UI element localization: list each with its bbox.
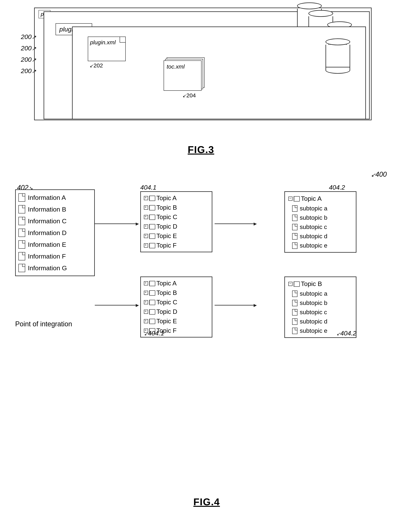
subtopic-item-a2: subtopic a [292, 290, 352, 297]
topic-icon-f1 [144, 243, 155, 248]
topic-item-c2: Topic C [144, 299, 209, 306]
book-icon-f1 [149, 243, 155, 248]
topic-item-e2: Topic E [144, 318, 209, 325]
subtopic-header-top: Topic A [288, 195, 352, 202]
subtopic-label-e1: subtopic e [300, 242, 327, 249]
topic-box-top: Topic A Topic B Topic C Topic D [140, 191, 212, 252]
topic-icon-d2 [144, 309, 155, 314]
info-item-b: Information B [18, 205, 91, 213]
ref-202: ↙202 [88, 62, 126, 69]
ref-200-3: 200↗ [21, 56, 36, 63]
arrowhead-3 [254, 222, 257, 226]
small-doc-icon-c2 [292, 309, 297, 316]
subtopic-item-d2: subtopic d [292, 318, 352, 325]
doc-icon-a [18, 193, 25, 202]
topic-item-e1: Topic E [144, 232, 209, 240]
info-label-a: Information A [28, 194, 66, 201]
topic-item-c1: Topic C [144, 213, 209, 221]
fig3-title: FIG.3 [188, 144, 214, 155]
topic-icon-a1 [144, 196, 155, 201]
topic-label-e2: Topic E [156, 318, 177, 325]
book-icon-e2 [149, 319, 155, 324]
ref-200-4: 200↗ [21, 67, 36, 75]
small-doc-icon-c1 [292, 224, 297, 230]
subtopic-box-bot: Topic B subtopic a subtopic b subtopic c… [284, 277, 356, 338]
ref-200-2: 200↗ [21, 44, 36, 52]
expand-sq-a1 [144, 196, 148, 200]
ref-404-1-bot-label: ↙404.1 [144, 329, 164, 337]
subtopic-label-b2: subtopic b [300, 299, 327, 306]
topic-item-a2: Topic A [144, 280, 209, 287]
ref-404-2-bot-label: ↙404.2 [337, 329, 356, 337]
topic-label-f1: Topic F [156, 242, 176, 249]
plugin-xml-dogear [120, 37, 125, 43]
arrowhead-4 [254, 304, 257, 307]
info-label-g: Information G [28, 264, 67, 272]
subtopic-item-b1: subtopic b [292, 214, 352, 221]
small-doc-icon-d1 [292, 233, 297, 240]
book-icon-e1 [149, 234, 155, 238]
info-item-f: Information F [18, 252, 91, 260]
subtopic-item-c1: subtopic c [292, 223, 352, 230]
expand-sq-b1 [144, 205, 148, 210]
book-icon-a1 [149, 196, 155, 201]
info-item-e: Information E [18, 240, 91, 249]
doc-icon-b [18, 205, 25, 213]
arrowhead-2 [136, 304, 139, 307]
info-item-d: Information D [18, 228, 91, 237]
subtopic-label-b1: subtopic b [300, 214, 327, 221]
doc-icon-d [18, 228, 25, 237]
toc-xml-text: toc.xml [167, 63, 198, 70]
info-item-c: Information C [18, 217, 91, 225]
topic-label-b2: Topic B [156, 289, 177, 296]
topic-label-c2: Topic C [156, 299, 177, 306]
ref-404-2-top-label: 404.2 [329, 184, 345, 191]
book-icon-d2 [149, 309, 155, 314]
subtopic-item-b2: subtopic b [292, 299, 352, 306]
info-item-a: Information A [18, 193, 91, 202]
info-label-d: Information D [28, 229, 66, 237]
ref-204: ↙204 [164, 92, 205, 99]
fig4-title: FIG.4 [193, 496, 220, 507]
info-label-b: Information B [28, 206, 66, 213]
ref-200-1: 200↗ [21, 33, 36, 41]
subtopic-label-a2: subtopic a [300, 290, 327, 297]
book-icon-subbot [293, 281, 299, 286]
doc-icon-f [18, 252, 25, 260]
subtopic-label-d1: subtopic d [300, 233, 327, 240]
toc-page-1: toc.xml [164, 60, 202, 91]
topic-icon-a2 [144, 281, 155, 286]
subtopic-label-a1: subtopic a [300, 205, 327, 212]
doc-zip-main-container: doc.zip ↙206 [326, 38, 350, 53]
info-panel: Information A Information B Information … [15, 189, 95, 276]
small-doc-icon-e1 [292, 242, 297, 249]
book-icon-subtop [293, 196, 299, 201]
poi-label: Point of integration [15, 320, 72, 328]
topic-item-d1: Topic D [144, 223, 209, 230]
arrow-to-topic-top [95, 223, 138, 224]
subtopic-header-bot: Topic B [288, 280, 352, 287]
fig4-section: ↙400 402↘ Information A Information B In… [11, 165, 402, 509]
subtopic-item-c2: subtopic c [292, 309, 352, 316]
topic-icon-b1 [144, 205, 155, 210]
topic-icon-c2 [144, 300, 155, 305]
subtopic-label-d2: subtopic d [300, 318, 327, 325]
arrowhead-1 [136, 222, 139, 226]
small-doc-icon-d2 [292, 318, 297, 325]
plugin-frame-main: plugin.xml ↙202 toc.xml ↙204 [72, 26, 366, 119]
topic-item-a1: Topic A [144, 195, 209, 202]
topic-box-bot: Topic A Topic B Topic C Topic D [140, 277, 212, 337]
subtopic-label-c1: subtopic c [300, 223, 327, 230]
info-label-e: Information E [28, 241, 66, 248]
expand-sq-e2 [144, 319, 148, 323]
expand-sq-d1 [144, 224, 148, 228]
expand-sq-d2 [144, 310, 148, 314]
expand-sq-f1 [144, 243, 148, 247]
book-icon-a2 [149, 281, 155, 286]
expand-minus-top [288, 196, 293, 201]
subtopic-title-bot: Topic B [301, 280, 322, 287]
ref-404-1-top-label: 404.1 [140, 184, 156, 191]
topic-label-c1: Topic C [156, 213, 177, 221]
subtopic-label-c2: subtopic c [300, 309, 327, 316]
subtopic-item-e1: subtopic e [292, 242, 352, 249]
